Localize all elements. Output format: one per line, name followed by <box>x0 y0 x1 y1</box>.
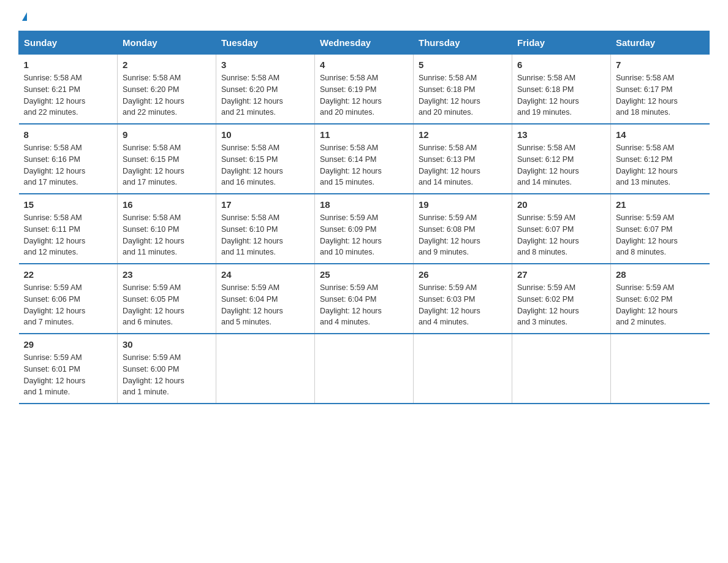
day-number: 29 <box>24 339 113 350</box>
day-info: Sunrise: 5:58 AM Sunset: 6:10 PM Dayligh… <box>221 212 309 258</box>
day-number: 12 <box>419 129 507 140</box>
day-info: Sunrise: 5:59 AM Sunset: 6:00 PM Dayligh… <box>123 352 211 398</box>
calendar-cell: 12 Sunrise: 5:58 AM Sunset: 6:13 PM Dayl… <box>414 124 512 194</box>
day-number: 13 <box>517 129 605 140</box>
day-number: 25 <box>320 269 408 280</box>
day-number: 1 <box>24 59 113 70</box>
calendar-cell: 20 Sunrise: 5:59 AM Sunset: 6:07 PM Dayl… <box>512 194 611 264</box>
calendar-week-4: 22 Sunrise: 5:59 AM Sunset: 6:06 PM Dayl… <box>19 264 710 334</box>
day-info: Sunrise: 5:59 AM Sunset: 6:02 PM Dayligh… <box>517 282 605 328</box>
header-friday: Friday <box>512 31 611 55</box>
calendar-cell: 19 Sunrise: 5:59 AM Sunset: 6:08 PM Dayl… <box>414 194 512 264</box>
day-info: Sunrise: 5:58 AM Sunset: 6:12 PM Dayligh… <box>616 142 705 188</box>
calendar-cell: 3 Sunrise: 5:58 AM Sunset: 6:20 PM Dayli… <box>216 55 315 124</box>
calendar-table: SundayMondayTuesdayWednesdayThursdayFrid… <box>18 31 710 404</box>
day-number: 15 <box>24 199 113 210</box>
calendar-cell: 24 Sunrise: 5:59 AM Sunset: 6:04 PM Dayl… <box>216 264 315 334</box>
day-number: 6 <box>517 59 605 70</box>
day-number: 14 <box>616 129 705 140</box>
day-number: 16 <box>123 199 211 210</box>
day-info: Sunrise: 5:59 AM Sunset: 6:02 PM Dayligh… <box>616 282 705 328</box>
day-number: 28 <box>616 269 705 280</box>
day-number: 7 <box>616 59 705 70</box>
logo <box>18 12 27 21</box>
page-header <box>18 12 710 21</box>
day-number: 5 <box>419 59 507 70</box>
header-thursday: Thursday <box>414 31 512 55</box>
day-number: 20 <box>517 199 605 210</box>
calendar-cell: 21 Sunrise: 5:59 AM Sunset: 6:07 PM Dayl… <box>611 194 710 264</box>
day-info: Sunrise: 5:58 AM Sunset: 6:15 PM Dayligh… <box>221 142 309 188</box>
day-info: Sunrise: 5:58 AM Sunset: 6:17 PM Dayligh… <box>616 72 705 118</box>
calendar-cell: 11 Sunrise: 5:58 AM Sunset: 6:14 PM Dayl… <box>315 124 414 194</box>
day-info: Sunrise: 5:58 AM Sunset: 6:18 PM Dayligh… <box>419 72 507 118</box>
calendar-week-5: 29 Sunrise: 5:59 AM Sunset: 6:01 PM Dayl… <box>19 334 710 404</box>
calendar-cell: 16 Sunrise: 5:58 AM Sunset: 6:10 PM Dayl… <box>118 194 216 264</box>
calendar-header-row: SundayMondayTuesdayWednesdayThursdayFrid… <box>19 31 710 55</box>
calendar-cell <box>512 334 611 404</box>
day-number: 23 <box>123 269 211 280</box>
day-number: 10 <box>221 129 309 140</box>
calendar-cell: 27 Sunrise: 5:59 AM Sunset: 6:02 PM Dayl… <box>512 264 611 334</box>
calendar-cell: 6 Sunrise: 5:58 AM Sunset: 6:18 PM Dayli… <box>512 55 611 124</box>
calendar-cell: 13 Sunrise: 5:58 AM Sunset: 6:12 PM Dayl… <box>512 124 611 194</box>
header-tuesday: Tuesday <box>216 31 315 55</box>
calendar-cell: 9 Sunrise: 5:58 AM Sunset: 6:15 PM Dayli… <box>118 124 216 194</box>
day-info: Sunrise: 5:59 AM Sunset: 6:04 PM Dayligh… <box>221 282 309 328</box>
day-info: Sunrise: 5:59 AM Sunset: 6:04 PM Dayligh… <box>320 282 408 328</box>
calendar-cell: 14 Sunrise: 5:58 AM Sunset: 6:12 PM Dayl… <box>611 124 710 194</box>
day-info: Sunrise: 5:59 AM Sunset: 6:09 PM Dayligh… <box>320 212 408 258</box>
calendar-cell: 28 Sunrise: 5:59 AM Sunset: 6:02 PM Dayl… <box>611 264 710 334</box>
day-info: Sunrise: 5:58 AM Sunset: 6:10 PM Dayligh… <box>123 212 211 258</box>
day-number: 18 <box>320 199 408 210</box>
day-info: Sunrise: 5:58 AM Sunset: 6:20 PM Dayligh… <box>123 72 211 118</box>
calendar-cell: 4 Sunrise: 5:58 AM Sunset: 6:19 PM Dayli… <box>315 55 414 124</box>
calendar-week-3: 15 Sunrise: 5:58 AM Sunset: 6:11 PM Dayl… <box>19 194 710 264</box>
day-info: Sunrise: 5:58 AM Sunset: 6:12 PM Dayligh… <box>517 142 605 188</box>
day-info: Sunrise: 5:59 AM Sunset: 6:07 PM Dayligh… <box>517 212 605 258</box>
day-info: Sunrise: 5:58 AM Sunset: 6:13 PM Dayligh… <box>419 142 507 188</box>
calendar-cell <box>611 334 710 404</box>
header-monday: Monday <box>118 31 216 55</box>
day-number: 27 <box>517 269 605 280</box>
day-info: Sunrise: 5:58 AM Sunset: 6:20 PM Dayligh… <box>221 72 309 118</box>
calendar-cell: 2 Sunrise: 5:58 AM Sunset: 6:20 PM Dayli… <box>118 55 216 124</box>
day-info: Sunrise: 5:59 AM Sunset: 6:05 PM Dayligh… <box>123 282 211 328</box>
day-number: 19 <box>419 199 507 210</box>
calendar-cell <box>216 334 315 404</box>
calendar-cell <box>315 334 414 404</box>
day-info: Sunrise: 5:59 AM Sunset: 6:06 PM Dayligh… <box>24 282 113 328</box>
day-number: 17 <box>221 199 309 210</box>
day-number: 3 <box>221 59 309 70</box>
day-number: 8 <box>24 129 113 140</box>
day-number: 24 <box>221 269 309 280</box>
day-info: Sunrise: 5:59 AM Sunset: 6:07 PM Dayligh… <box>616 212 705 258</box>
calendar-cell: 18 Sunrise: 5:59 AM Sunset: 6:09 PM Dayl… <box>315 194 414 264</box>
calendar-cell: 29 Sunrise: 5:59 AM Sunset: 6:01 PM Dayl… <box>19 334 118 404</box>
calendar-week-1: 1 Sunrise: 5:58 AM Sunset: 6:21 PM Dayli… <box>19 55 710 124</box>
day-info: Sunrise: 5:59 AM Sunset: 6:01 PM Dayligh… <box>24 352 113 398</box>
day-info: Sunrise: 5:59 AM Sunset: 6:03 PM Dayligh… <box>419 282 507 328</box>
calendar-cell: 23 Sunrise: 5:59 AM Sunset: 6:05 PM Dayl… <box>118 264 216 334</box>
calendar-cell <box>414 334 512 404</box>
calendar-cell: 30 Sunrise: 5:59 AM Sunset: 6:00 PM Dayl… <box>118 334 216 404</box>
day-number: 30 <box>123 339 211 350</box>
header-wednesday: Wednesday <box>315 31 414 55</box>
calendar-cell: 22 Sunrise: 5:59 AM Sunset: 6:06 PM Dayl… <box>19 264 118 334</box>
calendar-cell: 5 Sunrise: 5:58 AM Sunset: 6:18 PM Dayli… <box>414 55 512 124</box>
day-info: Sunrise: 5:58 AM Sunset: 6:16 PM Dayligh… <box>24 142 113 188</box>
calendar-cell: 25 Sunrise: 5:59 AM Sunset: 6:04 PM Dayl… <box>315 264 414 334</box>
header-sunday: Sunday <box>19 31 118 55</box>
calendar-cell: 26 Sunrise: 5:59 AM Sunset: 6:03 PM Dayl… <box>414 264 512 334</box>
day-info: Sunrise: 5:58 AM Sunset: 6:21 PM Dayligh… <box>24 72 113 118</box>
calendar-cell: 7 Sunrise: 5:58 AM Sunset: 6:17 PM Dayli… <box>611 55 710 124</box>
day-number: 11 <box>320 129 408 140</box>
calendar-cell: 15 Sunrise: 5:58 AM Sunset: 6:11 PM Dayl… <box>19 194 118 264</box>
day-number: 21 <box>616 199 705 210</box>
calendar-cell: 10 Sunrise: 5:58 AM Sunset: 6:15 PM Dayl… <box>216 124 315 194</box>
day-number: 2 <box>123 59 211 70</box>
day-info: Sunrise: 5:58 AM Sunset: 6:11 PM Dayligh… <box>24 212 113 258</box>
day-info: Sunrise: 5:59 AM Sunset: 6:08 PM Dayligh… <box>419 212 507 258</box>
header-saturday: Saturday <box>611 31 710 55</box>
calendar-cell: 8 Sunrise: 5:58 AM Sunset: 6:16 PM Dayli… <box>19 124 118 194</box>
